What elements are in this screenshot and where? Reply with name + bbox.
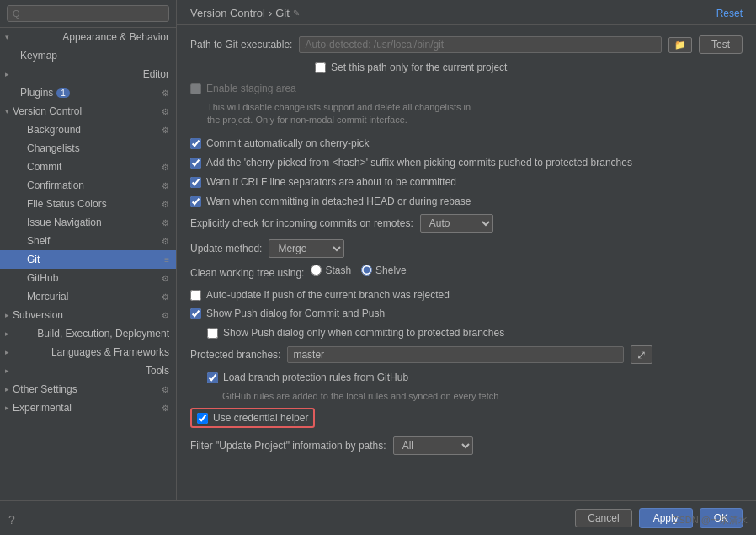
github-icon: ⚙ — [162, 274, 169, 283]
sidebar-item-github[interactable]: GitHub ⚙ — [0, 269, 176, 287]
test-button[interactable]: Test — [699, 35, 743, 54]
shelve-radio[interactable] — [361, 265, 372, 276]
commit-cherry-pick-label: Commit automatically on cherry-pick — [206, 136, 369, 151]
folder-button[interactable]: 📁 — [668, 37, 692, 53]
add-suffix-checkbox[interactable] — [190, 158, 201, 169]
chevron-down-icon: ▾ — [5, 33, 9, 41]
chevron-down-icon-vc: ▾ — [5, 107, 9, 115]
sidebar-item-build[interactable]: ▸ Build, Execution, Deployment — [0, 324, 176, 343]
main-content: Version Control › Git ✎ Reset Path to Gi… — [177, 0, 756, 500]
git-path-label: Path to Git executable: — [190, 39, 292, 51]
main-header: Version Control › Git ✎ Reset — [177, 0, 756, 25]
filter-select[interactable]: All Selected — [393, 436, 473, 455]
sidebar-item-mercurial[interactable]: Mercurial ⚙ — [0, 287, 176, 306]
use-credential-helper-checkbox[interactable] — [197, 413, 208, 424]
settings-body: Path to Git executable: 📁 Test Set this … — [177, 25, 756, 500]
warn-crlf-row: Warn if CRLF line separators are about t… — [190, 175, 743, 190]
sidebar-item-shelf[interactable]: Shelf ⚙ — [0, 232, 176, 250]
sidebar-item-other-settings[interactable]: ▸ Other Settings ⚙ — [0, 380, 176, 399]
settings-icon: ⚙ — [162, 88, 169, 98]
set-path-checkbox[interactable] — [315, 62, 326, 73]
use-credential-helper-label: Use credential helper — [213, 412, 308, 424]
sidebar-item-plugins[interactable]: Plugins 1 ⚙ — [0, 83, 176, 102]
chevron-right-build: ▸ — [5, 329, 9, 338]
sidebar-item-languages[interactable]: ▸ Languages & Frameworks — [0, 343, 176, 361]
sidebar-item-changelists[interactable]: Changelists — [0, 139, 176, 158]
commit-icon: ⚙ — [162, 163, 169, 172]
search-box — [0, 0, 176, 28]
show-push-row: Show Push dialog for Commit and Push — [190, 307, 743, 321]
breadcrumb-current: Git — [275, 7, 290, 19]
breadcrumb-separator: › — [269, 7, 272, 19]
sidebar-item-subversion[interactable]: ▸ Subversion ⚙ — [0, 306, 176, 324]
enable-staging-checkbox[interactable] — [190, 83, 201, 94]
stash-radio-row: Stash — [311, 265, 351, 276]
ok-button[interactable]: OK — [700, 508, 743, 528]
fsc-icon: ⚙ — [162, 200, 169, 209]
apply-button[interactable]: Apply — [639, 508, 693, 528]
clean-working-label: Clean working tree using: — [190, 267, 304, 279]
explicitly-check-label: Explicitly check for incoming commits on… — [190, 217, 413, 229]
cancel-button[interactable]: Cancel — [575, 509, 631, 527]
filter-row: Filter "Update Project" information by p… — [190, 436, 743, 455]
sub-icon: ⚙ — [162, 311, 169, 320]
bg-icon: ⚙ — [162, 126, 169, 135]
conf-icon: ⚙ — [162, 181, 169, 190]
help-icon[interactable]: ? — [8, 513, 15, 527]
load-branch-note: GitHub rules are added to the local rule… — [222, 390, 743, 403]
update-method-row: Update method: Merge Rebase — [190, 239, 743, 258]
load-branch-protection-checkbox[interactable] — [207, 372, 218, 383]
sidebar-item-background[interactable]: Background ⚙ — [0, 120, 176, 139]
shelve-radio-row: Shelve — [361, 265, 407, 276]
add-suffix-row: Add the 'cherry-picked from <hash>' suff… — [190, 156, 743, 170]
reset-button[interactable]: Reset — [716, 8, 743, 19]
warn-detached-checkbox[interactable] — [190, 196, 201, 207]
breadcrumb-edit-icon[interactable]: ✎ — [293, 8, 300, 18]
sidebar-item-editor[interactable]: ▸ Editor — [0, 65, 176, 83]
sidebar-item-git[interactable]: Git ≡ — [0, 250, 176, 269]
sidebar-item-issue-navigation[interactable]: Issue Navigation ⚙ — [0, 213, 176, 232]
enable-staging-row: Enable staging area — [190, 82, 743, 96]
sidebar-item-confirmation[interactable]: Confirmation ⚙ — [0, 176, 176, 195]
warn-detached-label: Warn when committing in detached HEAD or… — [206, 195, 471, 209]
enable-staging-label: Enable staging area — [206, 82, 296, 96]
auto-update-label: Auto-update if push of the current branc… — [206, 288, 450, 302]
git-icon: ≡ — [164, 255, 169, 265]
load-branch-protection-row: Load branch protection rules from GitHub — [207, 371, 743, 385]
plugins-badge: 1 — [56, 88, 70, 98]
search-input[interactable] — [7, 5, 169, 22]
sidebar-item-appearance[interactable]: ▾ Appearance & Behavior — [0, 28, 176, 46]
protected-branches-input[interactable] — [287, 346, 624, 363]
warn-crlf-label: Warn if CRLF line separators are about t… — [206, 175, 456, 190]
exp-icon: ⚙ — [162, 404, 169, 413]
update-method-select[interactable]: Merge Rebase — [269, 239, 344, 258]
protected-expand-button[interactable]: ⤢ — [631, 345, 652, 364]
auto-update-checkbox[interactable] — [190, 290, 201, 301]
commit-cherry-pick-checkbox[interactable] — [190, 138, 201, 149]
set-path-label: Set this path only for the current proje… — [331, 61, 507, 75]
explicitly-check-select[interactable]: Auto Always Never — [420, 214, 493, 233]
show-push-protected-row: Show Push dialog only when committing to… — [207, 326, 743, 340]
sidebar-item-version-control[interactable]: ▾ Version Control ⚙ — [0, 102, 176, 120]
sidebar-item-tools[interactable]: ▸ Tools — [0, 361, 176, 380]
sidebar-item-experimental[interactable]: ▸ Experimental ⚙ — [0, 399, 176, 417]
git-path-row: Path to Git executable: 📁 Test — [190, 35, 743, 54]
load-branch-protection-label: Load branch protection rules from GitHub — [223, 371, 408, 385]
warn-detached-row: Warn when committing in detached HEAD or… — [190, 195, 743, 209]
shelve-label: Shelve — [375, 265, 407, 276]
show-push-protected-checkbox[interactable] — [207, 328, 218, 339]
show-push-checkbox[interactable] — [190, 308, 201, 319]
git-path-input[interactable] — [299, 36, 662, 53]
stash-radio[interactable] — [311, 265, 322, 276]
breadcrumb: Version Control › Git ✎ — [190, 7, 300, 19]
chevron-right-icon: ▸ — [5, 70, 9, 78]
update-method-label: Update method: — [190, 243, 262, 254]
shelf-icon: ⚙ — [162, 237, 169, 246]
sidebar-item-commit[interactable]: Commit ⚙ — [0, 158, 176, 176]
warn-crlf-checkbox[interactable] — [190, 177, 201, 188]
protected-branches-row: Protected branches: ⤢ — [190, 345, 743, 364]
sidebar-item-keymap[interactable]: Keymap — [0, 46, 176, 65]
credential-helper-section: Use credential helper — [190, 408, 315, 428]
sidebar-item-file-status-colors[interactable]: File Status Colors ⚙ — [0, 195, 176, 213]
add-suffix-label: Add the 'cherry-picked from <hash>' suff… — [206, 156, 632, 170]
